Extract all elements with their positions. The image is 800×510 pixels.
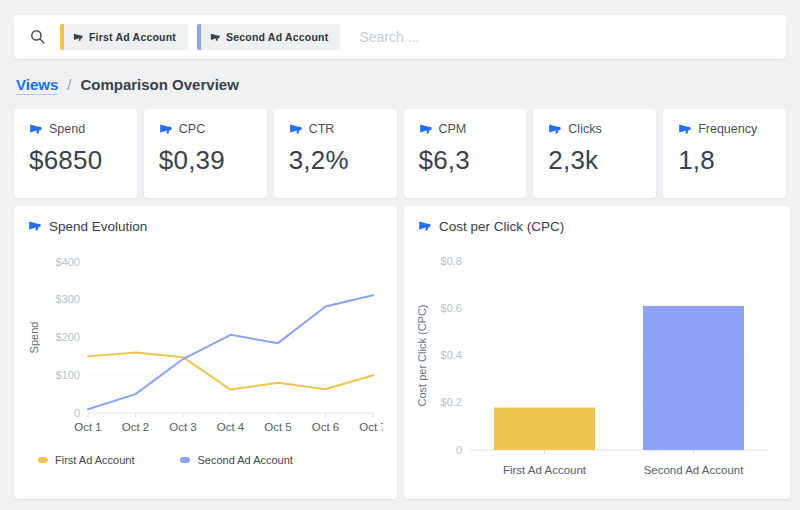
account-chip-label: First Ad Account (89, 31, 176, 43)
charts-row: Spend Evolution 0$100$200$300$400Oct 1Oc… (14, 206, 786, 499)
kpi-label: CTR (309, 122, 335, 136)
megaphone-icon (678, 124, 691, 135)
account-chip-label: Second Ad Account (226, 31, 328, 43)
search-icon[interactable] (30, 29, 46, 45)
megaphone-icon (159, 124, 172, 135)
y-tick-label: $0.4 (441, 349, 462, 361)
x-tick-label: First Ad Account (503, 464, 587, 476)
y-tick-label: $100 (56, 369, 80, 381)
legend-label: Second Ad Account (197, 454, 292, 466)
chart-title: Cost per Click (CPC) (439, 219, 564, 234)
account-chip-1[interactable]: First Ad Account (60, 24, 188, 50)
kpi-card-frequency: Frequency1,8 (663, 109, 786, 198)
x-tick-label: Oct 1 (74, 421, 101, 433)
x-tick-label: Oct 4 (217, 421, 245, 433)
bar-first-ad-account[interactable] (494, 407, 595, 450)
spend-evolution-card: Spend Evolution 0$100$200$300$400Oct 1Oc… (14, 206, 397, 499)
topbar: First Ad Account Second Ad Account (14, 15, 786, 59)
legend-dot (38, 457, 48, 463)
page-title: Comparison Overview (80, 76, 238, 93)
kpi-value: 1,8 (678, 145, 771, 176)
legend-item-first-ad-account[interactable]: First Ad Account (38, 454, 134, 466)
x-tick-label: Oct 7 (359, 421, 383, 433)
kpi-card-clicks: Clicks2,3k (533, 109, 656, 198)
chart-legend: First Ad Account Second Ad Account (38, 454, 383, 466)
series-line-first-ad-account[interactable] (88, 353, 373, 390)
kpi-card-cpc: CPC$0,39 (144, 109, 267, 198)
search-input[interactable] (357, 28, 770, 46)
y-tick-label: $0.8 (441, 255, 462, 267)
kpi-value: 2,3k (548, 145, 641, 176)
kpi-label: CPC (179, 122, 205, 136)
kpi-value: $6850 (29, 145, 122, 176)
y-tick-label: $0.2 (441, 396, 462, 408)
megaphone-icon (210, 33, 220, 42)
chart-title-row: Cost per Click (CPC) (418, 219, 776, 234)
breadcrumb-separator: / (67, 76, 71, 93)
chart-title-row: Spend Evolution (28, 219, 383, 234)
kpi-label: CPM (439, 122, 467, 136)
kpi-label: Clicks (568, 122, 601, 136)
kpi-card-spend: Spend$6850 (14, 109, 137, 198)
spend-evolution-plot: 0$100$200$300$400Oct 1Oct 2Oct 3Oct 4Oct… (28, 238, 383, 445)
cpc-plot: 0$0.2$0.4$0.6$0.8First Ad AccountSecond … (418, 238, 776, 483)
y-tick-label: 0 (456, 444, 462, 456)
kpi-value: $6,3 (419, 145, 512, 176)
kpi-value: 3,2% (289, 145, 382, 176)
x-tick-label: Oct 3 (169, 421, 196, 433)
megaphone-icon (419, 124, 432, 135)
legend-dot (180, 457, 190, 463)
kpi-value: $0,39 (159, 145, 252, 176)
legend-label: First Ad Account (55, 454, 134, 466)
kpi-card-cpm: CPM$6,3 (404, 109, 527, 198)
y-tick-label: 0 (74, 407, 80, 419)
megaphone-icon (28, 221, 41, 232)
cpc-card: Cost per Click (CPC) 0$0.2$0.4$0.6$0.8Fi… (404, 206, 790, 499)
y-axis-label: Cost per Click (CPC) (418, 304, 428, 406)
y-tick-label: $400 (56, 256, 80, 268)
y-tick-label: $200 (56, 331, 80, 343)
legend-item-second-ad-account[interactable]: Second Ad Account (180, 454, 292, 466)
kpi-row: Spend$6850CPC$0,39CTR3,2%CPM$6,3Clicks2,… (14, 109, 786, 198)
megaphone-icon (289, 124, 302, 135)
y-tick-label: $0.6 (441, 302, 462, 314)
y-tick-label: $300 (56, 293, 80, 305)
megaphone-icon (73, 33, 83, 42)
breadcrumb-link-views[interactable]: Views (16, 76, 58, 95)
megaphone-icon (418, 221, 431, 232)
y-axis-label: Spend (28, 322, 40, 354)
kpi-label: Spend (49, 122, 85, 136)
megaphone-icon (548, 124, 561, 135)
chart-title: Spend Evolution (49, 219, 147, 234)
kpi-label: Frequency (698, 122, 757, 136)
x-tick-label: Oct 2 (122, 421, 149, 433)
kpi-card-ctr: CTR3,2% (274, 109, 397, 198)
account-chip-2[interactable]: Second Ad Account (197, 24, 340, 50)
megaphone-icon (29, 124, 42, 135)
x-tick-label: Second Ad Account (644, 464, 745, 476)
x-tick-label: Oct 5 (264, 421, 291, 433)
bar-second-ad-account[interactable] (643, 306, 744, 450)
breadcrumb: Views / Comparison Overview (16, 76, 784, 95)
x-tick-label: Oct 6 (312, 421, 339, 433)
